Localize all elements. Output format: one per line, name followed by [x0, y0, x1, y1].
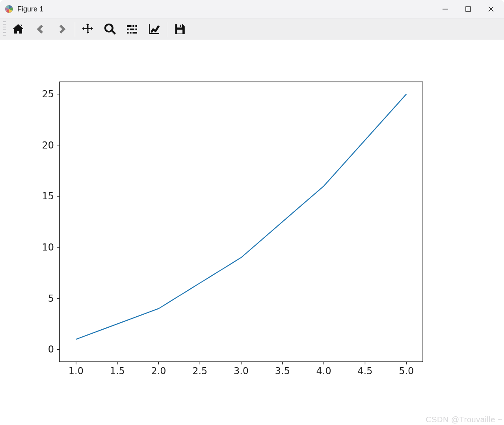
svg-text:3.5: 3.5	[275, 366, 290, 377]
plot-svg: 1.01.52.02.53.03.54.04.55.00510152025	[0, 40, 504, 425]
toolbar	[0, 19, 504, 40]
configure-subplots-button[interactable]	[121, 20, 143, 39]
svg-text:5.0: 5.0	[399, 366, 414, 377]
svg-text:15: 15	[42, 191, 54, 202]
titlebar: Figure 1	[0, 0, 504, 19]
toolbar-separator	[167, 22, 167, 37]
plot-canvas[interactable]: 1.01.52.02.53.03.54.04.55.00510152025 CS…	[0, 40, 504, 425]
svg-text:2.5: 2.5	[192, 366, 207, 377]
svg-text:10: 10	[42, 242, 54, 253]
matplotlib-icon	[5, 5, 13, 13]
close-button[interactable]	[480, 0, 502, 18]
toolbar-grip	[3, 21, 6, 37]
maximize-button[interactable]	[457, 0, 480, 18]
svg-text:4.0: 4.0	[316, 366, 331, 377]
svg-text:20: 20	[42, 140, 54, 151]
svg-text:1.0: 1.0	[69, 366, 84, 377]
svg-text:1.5: 1.5	[110, 366, 125, 377]
toolbar-separator	[75, 22, 75, 37]
minimize-button[interactable]	[434, 0, 457, 18]
svg-text:25: 25	[42, 89, 54, 100]
svg-text:3.0: 3.0	[234, 366, 249, 377]
forward-button[interactable]	[51, 20, 73, 39]
svg-text:5: 5	[48, 293, 54, 304]
window-title: Figure 1	[17, 5, 43, 13]
figure-window: Figure 1	[0, 0, 504, 425]
svg-rect-5	[60, 82, 423, 362]
pan-button[interactable]	[77, 20, 99, 39]
svg-text:0: 0	[48, 344, 54, 355]
edit-axes-button[interactable]	[143, 20, 165, 39]
save-button[interactable]	[169, 20, 191, 39]
home-button[interactable]	[7, 20, 29, 39]
zoom-button[interactable]	[99, 20, 121, 39]
svg-text:4.5: 4.5	[357, 366, 372, 377]
svg-rect-2	[466, 7, 471, 11]
back-button[interactable]	[29, 20, 51, 39]
svg-text:2.0: 2.0	[151, 366, 166, 377]
